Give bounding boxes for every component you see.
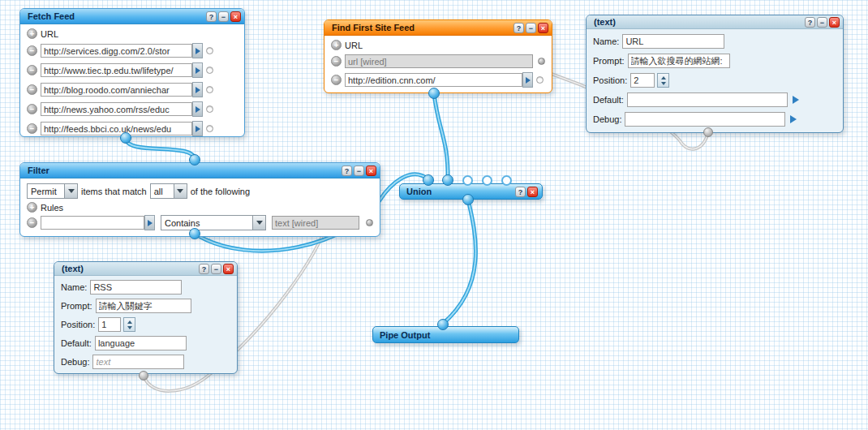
add-icon[interactable]: +: [331, 40, 342, 50]
dropdown-icon: [174, 184, 187, 198]
help-button[interactable]: ?: [515, 187, 526, 197]
arrow-right-icon: [196, 67, 200, 74]
find-first-output-connector[interactable]: [428, 88, 440, 99]
connector-circle[interactable]: [206, 47, 213, 54]
position-stepper[interactable]: [657, 73, 669, 88]
add-icon[interactable]: +: [27, 28, 37, 39]
filter-header[interactable]: Filter ? − ×: [20, 163, 380, 178]
url-input[interactable]: [41, 44, 192, 58]
module-title: Find First Site Feed: [332, 23, 512, 32]
union-input-connector-4[interactable]: [482, 175, 492, 186]
minimize-button[interactable]: −: [526, 23, 536, 33]
url-input[interactable]: [345, 73, 522, 87]
expand-arrow-button[interactable]: [192, 43, 203, 58]
wired-connector-circle[interactable]: [538, 58, 545, 65]
remove-icon[interactable]: −: [27, 123, 37, 134]
all-any-select[interactable]: all: [150, 183, 187, 199]
name-label: Name:: [593, 37, 619, 46]
close-button[interactable]: ×: [538, 23, 548, 33]
expand-arrow-button[interactable]: [192, 82, 203, 97]
rule-field-input[interactable]: [41, 216, 144, 230]
connector-circle[interactable]: [536, 76, 544, 84]
position-label: Position:: [61, 320, 95, 329]
text-rss-header[interactable]: (text) ? − ×: [54, 262, 237, 276]
operator-value: Contains: [161, 218, 252, 228]
url-row: −: [20, 121, 244, 136]
union-input-connector-2[interactable]: [442, 174, 453, 186]
debug-label: Debug:: [593, 114, 621, 124]
expand-arrow-button[interactable]: [192, 62, 203, 78]
wired-connector-circle[interactable]: [366, 219, 373, 226]
minimize-button[interactable]: −: [354, 166, 364, 176]
union-output-connector[interactable]: [462, 194, 474, 205]
help-button[interactable]: ?: [206, 11, 217, 22]
connector-circle[interactable]: [206, 125, 213, 132]
remove-icon[interactable]: −: [27, 65, 37, 75]
pipe-output-input-connector[interactable]: [437, 319, 449, 330]
fetch-feed-output-connector[interactable]: [120, 132, 131, 144]
url-input[interactable]: [41, 83, 192, 97]
debug-input[interactable]: [625, 112, 785, 127]
expand-arrow-icon[interactable]: [793, 96, 799, 104]
expand-arrow-icon[interactable]: [790, 115, 797, 123]
help-button[interactable]: ?: [513, 23, 524, 33]
fetch-feed-header[interactable]: Fetch Feed ? − ×: [20, 9, 244, 24]
text-url-output-connector[interactable]: [703, 127, 713, 137]
wire-fetchfeed-to-filter-core: [126, 138, 195, 160]
position-input[interactable]: [98, 317, 121, 332]
help-button[interactable]: ?: [342, 166, 352, 176]
field-label: URL: [345, 41, 363, 50]
close-button[interactable]: ×: [829, 17, 840, 28]
arrow-right-icon: [148, 220, 153, 226]
remove-icon[interactable]: −: [331, 56, 342, 67]
union-input-connector-1[interactable]: [423, 174, 434, 186]
url-input[interactable]: [41, 63, 192, 77]
help-button[interactable]: ?: [805, 17, 815, 28]
position-stepper[interactable]: [123, 317, 135, 332]
text-rss-output-connector[interactable]: [139, 371, 148, 381]
prompt-input[interactable]: [96, 299, 191, 313]
url-input[interactable]: [41, 122, 192, 135]
text-url-header[interactable]: (text) ? − ×: [587, 15, 843, 29]
connector-circle[interactable]: [206, 67, 213, 74]
filter-output-connector[interactable]: [189, 228, 200, 239]
minimize-button[interactable]: −: [218, 11, 229, 22]
remove-icon[interactable]: −: [27, 217, 37, 228]
prompt-input[interactable]: [628, 54, 730, 68]
close-button[interactable]: ×: [366, 166, 376, 176]
filter-input-connector[interactable]: [189, 154, 200, 166]
expand-arrow-button[interactable]: [144, 215, 155, 230]
remove-icon[interactable]: −: [27, 45, 37, 56]
permit-select[interactable]: Permit: [27, 183, 78, 199]
add-icon[interactable]: +: [27, 202, 37, 213]
operator-select[interactable]: Contains: [161, 215, 266, 230]
rules-label: Rules: [41, 203, 63, 213]
expand-arrow-button[interactable]: [522, 72, 533, 88]
name-input[interactable]: [622, 34, 724, 49]
expand-arrow-button[interactable]: [192, 101, 203, 117]
close-button[interactable]: ×: [223, 264, 234, 274]
remove-icon[interactable]: −: [27, 84, 37, 95]
connector-circle[interactable]: [206, 86, 213, 93]
help-button[interactable]: ?: [199, 264, 209, 274]
arrow-right-icon: [526, 77, 531, 84]
union-input-connector-5[interactable]: [501, 175, 512, 186]
minimize-button[interactable]: −: [211, 264, 221, 274]
minimize-button[interactable]: −: [817, 17, 827, 28]
url-row: −: [20, 82, 244, 97]
remove-icon[interactable]: −: [27, 104, 37, 114]
union-input-connector-3[interactable]: [462, 175, 473, 186]
name-input[interactable]: [90, 280, 182, 295]
find-first-site-feed-header[interactable]: Find First Site Feed ? − ×: [324, 20, 552, 36]
url-row: −: [20, 43, 244, 58]
connector-circle[interactable]: [206, 105, 213, 113]
debug-input[interactable]: [92, 355, 184, 369]
default-input[interactable]: [95, 336, 187, 350]
url-input[interactable]: [41, 102, 192, 116]
close-button[interactable]: ×: [230, 11, 241, 22]
default-input[interactable]: [627, 92, 788, 107]
expand-arrow-button[interactable]: [192, 121, 203, 136]
remove-icon[interactable]: −: [331, 75, 342, 85]
position-input[interactable]: [630, 73, 655, 88]
close-button[interactable]: ×: [527, 187, 538, 197]
